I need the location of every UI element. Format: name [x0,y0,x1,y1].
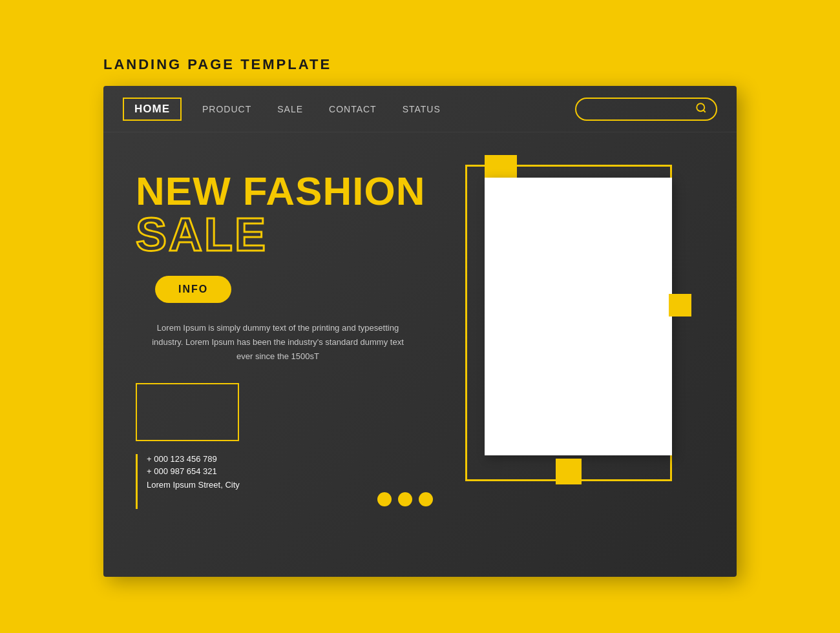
navbar: HOME PRODUCT SALE CONTACT STATUS [103,86,737,132]
page-label: LANDING PAGE TEMPLATE [103,56,737,73]
svg-line-1 [703,110,705,112]
description-text: Lorem Ipsum is simply dummy text of the … [149,321,407,364]
svg-point-0 [697,103,704,111]
headline-new-fashion: NEW FASHION [136,171,433,211]
nav-product[interactable]: PRODUCT [202,104,251,114]
address: Lorem Ipsum Street, City [147,480,240,490]
contact-info: + 000 123 456 789 + 000 987 654 321 Lore… [136,454,240,509]
nav-links: PRODUCT SALE CONTACT STATUS [202,104,575,114]
deco-yellow-box [136,383,239,441]
search-icon[interactable] [695,102,707,116]
social-dot-2[interactable] [398,492,412,506]
page-background: LANDING PAGE TEMPLATE HOME PRODUCT SALE … [103,56,737,577]
main-content: NEW FASHION SALE INFO Lorem Ipsum is sim… [103,132,737,577]
deco-square-bottom [556,459,582,484]
deco-square-right [669,294,691,316]
social-dot-1[interactable] [377,492,392,506]
nav-home-link[interactable]: HOME [123,98,182,121]
nav-sale[interactable]: SALE [277,104,303,114]
info-button[interactable]: INFO [155,276,231,303]
left-section: NEW FASHION SALE INFO Lorem Ipsum is sim… [136,152,433,577]
phone2: + 000 987 654 321 [147,466,240,476]
headline-sale: SALE [136,211,433,258]
right-section [433,152,704,577]
social-dot-3[interactable] [419,492,433,506]
search-input[interactable] [587,104,695,114]
nav-status[interactable]: STATUS [403,104,441,114]
social-dots [377,492,433,506]
image-placeholder [485,178,672,455]
phone1: + 000 123 456 789 [147,454,240,464]
landing-card: HOME PRODUCT SALE CONTACT STATUS [103,86,737,577]
nav-contact[interactable]: CONTACT [329,104,377,114]
search-box[interactable] [575,98,717,121]
